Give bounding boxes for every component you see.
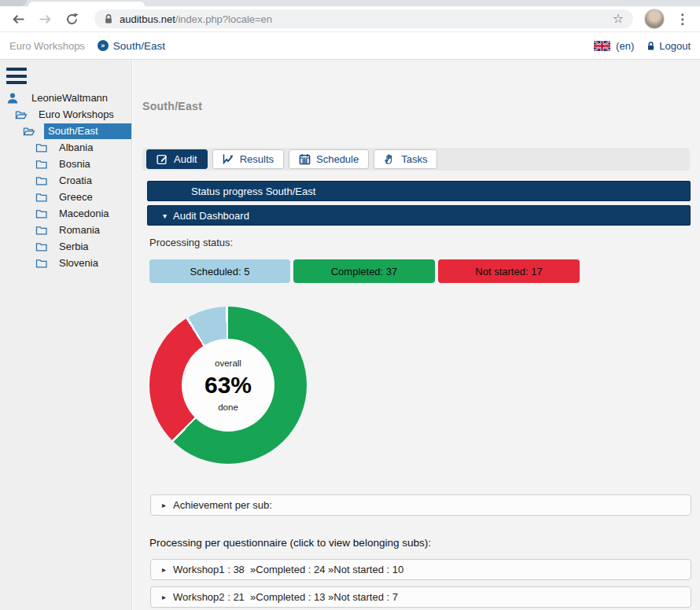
url-bar[interactable]: auditbus.net/index.php?locale=en ☆ [94, 9, 633, 28]
url-host: auditbus.net [120, 13, 175, 25]
child-node-label: Greece [59, 191, 93, 203]
chevron-right-icon: ▸ [162, 593, 166, 601]
workshop2-summary: Workshop2 : 21 »Completed : 13 »Not star… [173, 591, 398, 603]
screen: auditbus.net/index.php?locale=en ☆ ⋮ Eur… [0, 0, 700, 610]
hamburger-menu-icon[interactable] [6, 68, 27, 84]
sidebar-item-albania[interactable]: Albania [0, 139, 131, 156]
page-title: South/East [142, 100, 202, 112]
workshop2-bar[interactable]: ▸ Workshop2 : 21 »Completed : 13 »Not st… [150, 586, 691, 608]
folder-icon [35, 241, 48, 253]
tab-results[interactable]: Results [212, 149, 284, 169]
child-node-label: Serbia [59, 241, 89, 252]
not-started-status-button[interactable]: Not started: 17 [438, 259, 580, 283]
tab-schedule-label: Schedule [316, 153, 359, 165]
chevron-right-icon: ▸ [162, 501, 166, 509]
donut-center-top-label: overall [215, 358, 241, 368]
child-node-label: Macedonia [59, 208, 109, 219]
folder-icon [35, 158, 48, 171]
selected-node-label: South/East [44, 123, 131, 139]
chevron-right-icon: ▸ [162, 565, 166, 574]
sidebar-item-euro-workshops[interactable]: Euro Workshops [0, 106, 131, 123]
folder-icon [35, 224, 48, 237]
root-node-label: Euro Workshops [39, 108, 114, 120]
chevron-down-icon: ▾ [163, 211, 167, 220]
logout-link[interactable]: Logout [659, 40, 691, 52]
donut-chart: overall 63% done [149, 307, 307, 464]
back-button[interactable] [8, 9, 28, 29]
browser-tab-strip [0, 0, 700, 6]
folder-icon [35, 141, 48, 154]
url-path: /index.php?locale=en [175, 13, 272, 25]
folder-open-icon [22, 125, 36, 138]
back-arrow-icon [12, 13, 25, 26]
sidebar-item-greece[interactable]: Greece [0, 189, 131, 205]
folder-icon [35, 208, 48, 220]
sidebar-item-slovenia[interactable]: Slovenia [0, 255, 131, 271]
child-node-label: Bosnia [59, 158, 90, 170]
tab-tasks-label: Tasks [401, 153, 427, 165]
child-node-label: Slovenia [59, 257, 98, 269]
browser-tab-ghost[interactable] [0, 0, 27, 6]
calendar-icon [299, 153, 311, 165]
workshop1-summary: Workshop1 : 38 »Completed : 24 »Not star… [173, 564, 403, 575]
scheduled-status-button[interactable]: Scheduled: 5 [149, 259, 290, 283]
folder-icon [35, 257, 48, 270]
sidebar-item-south-east[interactable]: South/East [0, 123, 131, 139]
donut-center-bottom-label: done [218, 402, 238, 412]
sidebar-item-serbia[interactable]: Serbia [0, 238, 131, 255]
status-progress-header-label: Status progress South/East [148, 186, 315, 197]
tab-audit[interactable]: Audit [146, 149, 208, 169]
hand-icon [384, 153, 396, 165]
sidebar-item-romania[interactable]: Romania [0, 222, 131, 238]
status-progress-header[interactable]: Status progress South/East [147, 181, 691, 201]
achievement-per-sub-label: Achievement per sub: [173, 499, 272, 511]
bookmark-star-icon[interactable]: ☆ [613, 13, 624, 25]
folder-icon [35, 191, 48, 204]
lock-icon [104, 13, 113, 24]
sidebar-item-croatia[interactable]: Croatia [0, 172, 131, 189]
reload-button[interactable] [61, 9, 82, 29]
browser-toolbar: auditbus.net/index.php?locale=en ☆ ⋮ [0, 6, 700, 32]
language-label[interactable]: (en) [616, 40, 634, 52]
donut-center: overall 63% done [182, 339, 274, 432]
sidebar: LeonieWaltmann Euro Workshops South/East… [0, 60, 132, 610]
sidebar-item-macedonia[interactable]: Macedonia [0, 205, 131, 222]
audit-dashboard-header-label: Audit Dashboard [173, 210, 249, 222]
child-node-label: Romania [59, 224, 100, 236]
sidebar-item-bosnia[interactable]: Bosnia [0, 156, 131, 172]
navigation-tree: LeonieWaltmann Euro Workshops South/East… [0, 90, 131, 271]
app-header: Euro Workshops » South/East (en) Logout [0, 32, 700, 60]
reload-icon [65, 13, 79, 26]
forward-arrow-icon [39, 13, 52, 26]
user-label: LeonieWaltmann [31, 92, 108, 104]
tab-audit-label: Audit [174, 153, 197, 165]
breadcrumb-current-link[interactable]: South/East [113, 40, 165, 52]
breadcrumb-root: Euro Workshops [9, 40, 85, 52]
tab-results-label: Results [240, 153, 274, 165]
processing-status-label: Processing status: [149, 237, 233, 248]
logout-lock-icon [647, 41, 655, 51]
tab-tasks[interactable]: Tasks [374, 149, 437, 169]
uk-flag-icon[interactable] [594, 41, 610, 51]
audit-dashboard-header[interactable]: ▾ Audit Dashboard [147, 205, 691, 226]
folder-icon [35, 175, 48, 187]
url-text: auditbus.net/index.php?locale=en [120, 13, 272, 25]
browser-menu-icon[interactable]: ⋮ [672, 13, 692, 26]
tab-bar: Audit Results Schedule Tasks [142, 148, 690, 171]
forward-button[interactable] [35, 9, 55, 29]
donut-center-value: 63% [204, 372, 252, 399]
line-chart-icon [223, 153, 234, 165]
user-icon [6, 92, 19, 105]
completed-status-button[interactable]: Completed: 37 [293, 259, 435, 283]
tab-schedule[interactable]: Schedule [289, 149, 369, 169]
achievement-per-sub-bar[interactable]: ▸ Achievement per sub: [150, 494, 691, 516]
child-node-label: Albania [59, 141, 93, 153]
browser-profile-avatar[interactable] [644, 9, 665, 29]
edit-icon [157, 153, 168, 165]
breadcrumb-arrow-icon: » [98, 40, 109, 51]
main-content: South/East Audit Results Schedule Tasks … [133, 60, 700, 610]
header-right: (en) Logout [594, 40, 691, 52]
folder-open-icon [14, 108, 28, 121]
sidebar-item-user[interactable]: LeonieWaltmann [0, 90, 131, 106]
workshop1-bar[interactable]: ▸ Workshop1 : 38 »Completed : 24 »Not st… [150, 559, 691, 580]
